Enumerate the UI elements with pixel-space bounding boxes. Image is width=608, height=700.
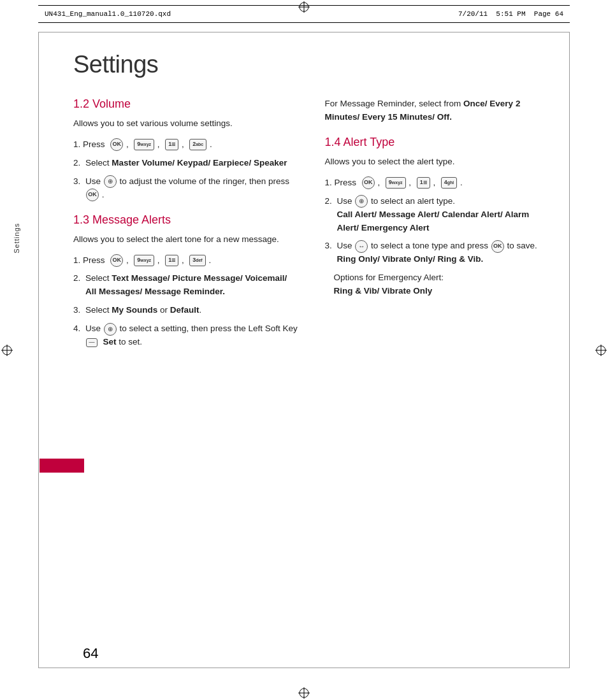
main-content: Settings 1.2 Volume Allows you to set va… — [73, 51, 551, 649]
step-content: Use ↔ to select a tone type and press OK… — [337, 239, 551, 266]
step-num: 2. — [73, 157, 83, 170]
reminder-options-bold: Once/ Every 2 Minutes/ Every 15 Minutes/… — [325, 99, 521, 122]
tone-options-bold: Ring Only/ Vibrate Only/ Ring & Vib. — [337, 254, 484, 264]
page: UN431_Eng_manual1.0_110720.qxd 7/20/11 5… — [0, 0, 608, 700]
my-sounds-bold: My Sounds — [112, 305, 157, 315]
nav-key-icon-2: ↔ — [355, 240, 368, 253]
alert-type-intro: Allows you to select the alert type. — [325, 155, 551, 169]
comma3: , — [182, 139, 187, 149]
alerttype-step-1: 1. Press OK , 9wxyz , 1☰ , 4ghi . — [325, 176, 551, 190]
comma3: , — [433, 178, 438, 187]
comma2: , — [157, 139, 163, 149]
alerts-step-3: 3. Select My Sounds or Default. — [73, 304, 300, 317]
section-heading-volume: 1.2 Volume — [73, 97, 300, 111]
step-bold: Master Volume/ Keypad/ Earpiece/ Speaker — [112, 158, 287, 168]
section-heading-alerts: 1.3 Message Alerts — [73, 213, 300, 227]
step-content: OK , 9wxyz , 1☰ , 3def . — [110, 254, 299, 268]
volume-step-2: 2. Select Master Volume/ Keypad/ Earpiec… — [73, 157, 300, 170]
step-num: 1. Press — [73, 138, 107, 152]
step-content: Select Master Volume/ Keypad/ Earpiece/ … — [85, 157, 299, 170]
period: . — [210, 139, 212, 149]
comma: , — [378, 178, 383, 187]
step-content: Use ⊕ to adjust the volume of the ringer… — [85, 175, 299, 202]
reg-mark-bottom — [298, 687, 310, 699]
step-content: Use ⊕ to select a setting, then press th… — [85, 322, 299, 349]
reg-mark-left — [1, 345, 13, 356]
3def-key-icon: 3def — [189, 255, 206, 266]
1-key-icon: 1☰ — [165, 139, 178, 150]
set-bold: Set — [103, 337, 117, 346]
alerts-intro: Allows you to select the alert tone for … — [73, 233, 300, 246]
soft-key-icon: — — [86, 338, 98, 347]
page-title: Settings — [73, 51, 551, 78]
step-num: 2. — [325, 195, 335, 208]
step-num: 1. Press — [73, 254, 107, 268]
alert-options-bold: Call Alert/ Message Alert/ Calendar Aler… — [337, 210, 530, 232]
margin-top — [38, 32, 570, 32]
left-column: 1.2 Volume Allows you to set various vol… — [73, 97, 300, 354]
ok-key-icon: OK — [362, 176, 375, 189]
period: . — [208, 255, 211, 265]
sidebar-label: Settings — [13, 223, 20, 254]
reg-mark-top — [298, 1, 310, 13]
step-content: Use ⊕ to select an alert type. Call Aler… — [337, 195, 551, 235]
step-num: 4. — [73, 322, 83, 336]
alerts-step-4: 4. Use ⊕ to select a setting, then press… — [73, 322, 300, 349]
1-key-icon: 1☰ — [165, 255, 178, 266]
volume-step-1: 1. Press OK , 9wxyz , 1☰ , 2abc . — [73, 138, 300, 152]
2abc-key-icon: 2abc — [189, 139, 206, 150]
right-column: For Message Reminder, select from Once/ … — [325, 97, 551, 354]
step-num: 3. — [325, 239, 335, 253]
alerttype-step-3: 3. Use ↔ to select a tone type and press… — [325, 239, 551, 266]
ok-key-icon: OK — [110, 254, 123, 267]
section-heading-alert-type: 1.4 Alert Type — [325, 136, 551, 149]
ok-key-icon: OK — [86, 189, 99, 201]
step-content: OK , 9wxyz , 1☰ , 2abc . — [110, 138, 299, 152]
two-column-layout: 1.2 Volume Allows you to set various vol… — [73, 97, 551, 354]
1-key-icon: 1☰ — [417, 177, 430, 189]
ok-key-icon: OK — [110, 138, 123, 151]
ok-key-icon: OK — [491, 240, 504, 253]
emergency-options-bold: Ring & Vib/ Vibrate Only — [334, 286, 433, 296]
margin-right — [569, 32, 570, 668]
9wxyz-key-icon: 9wxyz — [134, 139, 154, 150]
step-num: 1. Press — [325, 176, 359, 190]
alerts-step-2: 2. Select Text Message/ Picture Message/… — [73, 272, 300, 299]
header-info: 7/20/11 5:51 PM Page 64 — [458, 10, 563, 18]
9wxyz-key-icon: 9wxyz — [134, 255, 154, 266]
step-bold: Text Message/ Picture Message/ Voicemail… — [85, 273, 287, 296]
nav-key-icon: ⊕ — [104, 175, 117, 188]
volume-intro: Allows you to set various volume setting… — [73, 117, 300, 131]
comma: , — [126, 255, 131, 265]
emergency-alert-text: Options for Emergency Alert: Ring & Vib/… — [325, 271, 551, 298]
alerts-step-1: 1. Press OK , 9wxyz , 1☰ , 3def . — [73, 254, 300, 268]
reg-mark-right — [595, 345, 607, 356]
header-filename: UN431_Eng_manual1.0_110720.qxd — [45, 10, 171, 18]
period: . — [460, 178, 463, 187]
step-content: Select My Sounds or Default. — [85, 304, 299, 317]
comma2: , — [409, 178, 414, 187]
nav-key-icon: ⊕ — [104, 323, 117, 336]
4ghi-key-icon: 4ghi — [441, 177, 458, 189]
volume-step-3: 3. Use ⊕ to adjust the volume of the rin… — [73, 175, 300, 202]
comma2: , — [157, 255, 163, 265]
default-bold: Default — [170, 305, 199, 315]
message-reminder-text: For Message Reminder, select from Once/ … — [325, 97, 551, 124]
step-num: 3. — [73, 304, 83, 317]
step-content: Select Text Message/ Picture Message/ Vo… — [85, 272, 299, 299]
comma: , — [126, 139, 131, 149]
step-num: 2. — [73, 272, 83, 285]
step-content: OK , 9wxyz , 1☰ , 4ghi . — [361, 176, 551, 190]
9wxyz-key-icon: 9wxyz — [386, 177, 406, 189]
comma3: , — [182, 255, 187, 265]
alerttype-step-2: 2. Use ⊕ to select an alert type. Call A… — [325, 195, 551, 235]
step-num: 3. — [73, 175, 83, 189]
margin-left — [38, 32, 39, 668]
margin-bottom — [38, 668, 570, 668]
nav-key-icon: ⊕ — [355, 195, 368, 208]
